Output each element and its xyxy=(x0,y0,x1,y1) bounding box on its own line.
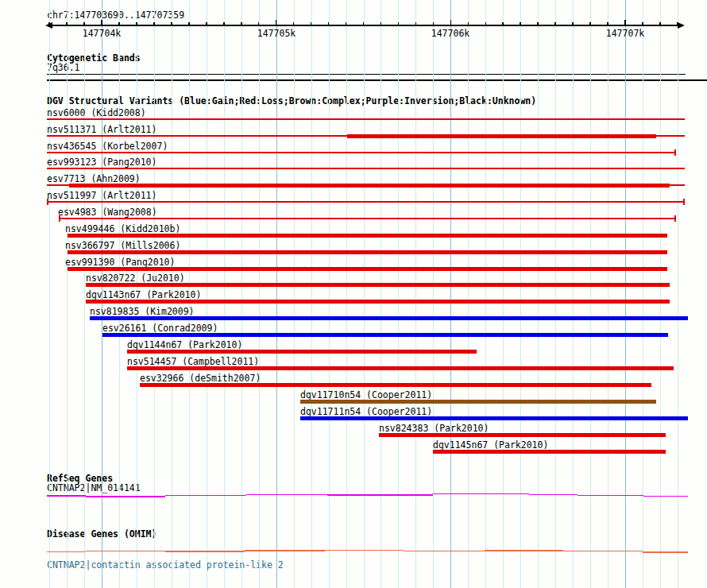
omim-gene-line-segment[interactable] xyxy=(47,551,86,553)
variant-bar[interactable] xyxy=(68,267,667,271)
ruler-tick-minor xyxy=(241,22,242,26)
variant-label[interactable]: esv4983 (Wang2008) xyxy=(58,207,157,217)
gridline-minor xyxy=(207,0,207,588)
variant-bar[interactable] xyxy=(90,316,688,320)
gridline-minor xyxy=(608,0,608,588)
variant-label[interactable]: nsv366797 (Mills2006) xyxy=(65,241,180,250)
omim-gene-line-segment[interactable] xyxy=(485,550,563,551)
variant-bar[interactable] xyxy=(68,234,667,238)
refseq-gene-line-segment[interactable] xyxy=(165,495,246,497)
ruler-tick-minor xyxy=(433,22,435,26)
variant-bar[interactable] xyxy=(102,333,668,337)
ruler-tick-major xyxy=(624,20,626,26)
ruler-tick-minor xyxy=(206,22,207,26)
variant-label[interactable]: dgv1143n67 (Park2010) xyxy=(86,290,201,300)
variant-label[interactable]: nsv436545 (Korbel2007) xyxy=(47,141,168,151)
variant-bar[interactable] xyxy=(69,184,670,188)
ruler-tick-minor xyxy=(398,22,400,26)
ruler-tick-minor xyxy=(589,22,591,26)
variant-label[interactable]: dgv11710n54 (Cooper2011) xyxy=(300,390,432,400)
gridline-minor xyxy=(660,0,661,588)
ruler-tick-minor xyxy=(328,22,330,26)
variant-label[interactable]: nsv514457 (Campbell2011) xyxy=(127,357,259,366)
gridline-minor xyxy=(346,0,347,588)
variant-bar[interactable] xyxy=(140,383,651,387)
variant-bar[interactable] xyxy=(86,300,670,304)
omim-gene-line-segment[interactable] xyxy=(404,551,485,552)
refseq-gene-line-segment[interactable] xyxy=(578,495,643,497)
ruler-tick-major xyxy=(101,20,102,26)
variant-bar[interactable] xyxy=(433,450,666,454)
variant-extent-line[interactable] xyxy=(60,218,675,219)
refseq-gene-line-segment[interactable] xyxy=(327,494,433,496)
omim-gene-line-segment[interactable] xyxy=(325,550,404,551)
variant-extent-line[interactable] xyxy=(47,152,675,153)
refseq-gene-line-segment[interactable] xyxy=(433,493,529,495)
variant-bar[interactable] xyxy=(127,350,477,354)
omim-gene-line-segment[interactable] xyxy=(165,551,245,552)
variant-bar[interactable] xyxy=(86,283,670,287)
variant-label[interactable]: dgv1145n67 (Park2010) xyxy=(433,440,548,450)
ruler-tick-minor xyxy=(136,22,137,26)
variant-bar[interactable] xyxy=(347,134,656,138)
variant-label[interactable]: dgv1144n67 (Park2010) xyxy=(127,340,242,350)
variant-bar[interactable] xyxy=(68,250,667,254)
variant-label[interactable]: esv26161 (Conrad2009) xyxy=(102,323,218,333)
refseq-gene-line-segment[interactable] xyxy=(86,496,165,497)
ruler-tick-minor xyxy=(554,22,556,26)
variant-label[interactable]: nsv499446 (Kidd2010b) xyxy=(65,224,180,234)
gridline-minor xyxy=(294,0,295,588)
ruler-tick-minor xyxy=(468,22,469,26)
cytoband-label[interactable]: 7q36.1 xyxy=(47,63,80,72)
ruler-tick-minor xyxy=(485,22,487,26)
variant-label[interactable]: nsv6000 (Kidd2008) xyxy=(47,108,146,118)
gridline-minor xyxy=(590,0,591,588)
gridline-minor xyxy=(415,0,416,588)
omim-gene-line-segment[interactable] xyxy=(643,551,688,553)
variant-bar[interactable] xyxy=(300,416,688,420)
gridline-minor xyxy=(364,0,365,588)
ruler-tick-minor xyxy=(153,22,155,26)
omim-gene-line-segment[interactable] xyxy=(245,550,325,551)
refseq-gene-line-segment[interactable] xyxy=(643,496,688,497)
variant-label[interactable]: nsv511997 (Arlt2011) xyxy=(47,191,156,200)
variant-label[interactable]: dgv11711n54 (Cooper2011) xyxy=(300,407,432,416)
gridline-major xyxy=(276,0,277,588)
variant-bar[interactable] xyxy=(379,433,666,437)
refseq-gene-label[interactable]: CNTNAP2|NM_014141 xyxy=(47,483,141,493)
variant-extent-line[interactable] xyxy=(48,201,684,203)
variant-label[interactable]: nsv511371 (Arlt2011) xyxy=(47,125,156,134)
gridline-minor xyxy=(241,0,242,588)
variant-label[interactable]: nsv819835 (Kim2009) xyxy=(90,307,195,316)
variant-bar[interactable] xyxy=(300,400,656,404)
variant-extent-line[interactable] xyxy=(47,168,685,169)
gene-description-label[interactable]: CNTNAP2|contactin associated protein-lik… xyxy=(47,560,284,570)
refseq-gene-line-segment[interactable] xyxy=(529,494,578,496)
ruler-tick-minor xyxy=(118,22,120,26)
variant-label[interactable]: esv7713 (Ahn2009) xyxy=(47,174,141,184)
ruler-tick-minor xyxy=(171,22,172,26)
ruler-tick-minor xyxy=(66,22,68,26)
omim-gene-line-segment[interactable] xyxy=(563,551,643,552)
variant-end-tick xyxy=(683,199,685,204)
variant-label[interactable]: esv991390 (Pang2010) xyxy=(65,257,175,267)
ruler-tick-minor xyxy=(48,22,50,26)
variant-label[interactable]: nsv824383 (Park2010) xyxy=(379,424,489,433)
refseq-gene-line-segment[interactable] xyxy=(246,494,327,496)
variant-label[interactable]: esv32966 (deSmith2007) xyxy=(140,373,261,383)
gridline-minor xyxy=(468,0,469,588)
omim-gene-line-segment[interactable] xyxy=(86,551,165,552)
ruler-tick-major xyxy=(450,20,452,26)
variant-label[interactable]: esv993123 (Pang2010) xyxy=(47,157,156,167)
ruler-tick-minor xyxy=(363,22,365,26)
genome-browser-panel: chr7:147703690..147707359 Cytogenetic Ba… xyxy=(0,0,707,588)
variant-bar[interactable] xyxy=(127,366,674,370)
variant-label[interactable]: nsv820722 (Ju2010) xyxy=(86,273,185,283)
gridline-major xyxy=(450,0,451,588)
gridline-minor xyxy=(311,0,312,588)
refseq-gene-line-segment[interactable] xyxy=(47,495,86,497)
gridline-minor xyxy=(573,0,574,588)
ruler-tick-major xyxy=(276,20,277,26)
ruler-tick-label: 147706k xyxy=(431,29,469,38)
variant-extent-line[interactable] xyxy=(47,118,685,120)
